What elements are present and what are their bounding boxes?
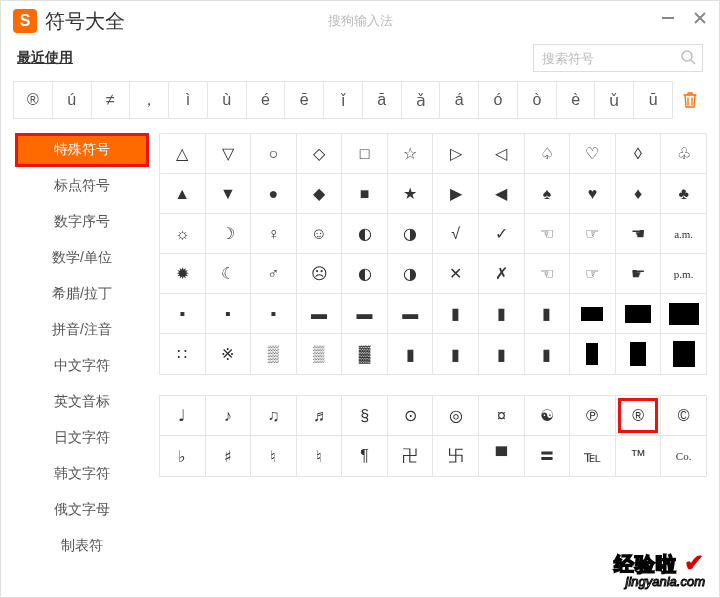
symbol-cell[interactable]: ▷ bbox=[433, 134, 479, 173]
symbol-cell[interactable]: ▓ bbox=[342, 334, 388, 374]
symbol-cell[interactable]: ◇ bbox=[297, 134, 343, 173]
symbol-cell[interactable]: ▮ bbox=[388, 334, 434, 374]
recent-symbol[interactable]: é bbox=[247, 82, 286, 118]
symbol-cell[interactable]: 〓 bbox=[525, 436, 571, 476]
symbol-cell[interactable]: ☆ bbox=[388, 134, 434, 173]
symbol-cell[interactable]: ◑ bbox=[388, 214, 434, 253]
symbol-cell[interactable]: ▮ bbox=[479, 294, 525, 333]
minimize-button[interactable] bbox=[659, 9, 677, 27]
category-item[interactable]: 数学/单位 bbox=[15, 241, 149, 275]
symbol-cell[interactable]: ▬ bbox=[388, 294, 434, 333]
symbol-cell[interactable]: ◊ bbox=[616, 134, 662, 173]
symbol-cell[interactable]: ☜ bbox=[525, 254, 571, 293]
symbol-cell[interactable] bbox=[661, 334, 706, 374]
symbol-cell[interactable]: ♥ bbox=[570, 174, 616, 213]
symbol-cell[interactable]: § bbox=[342, 396, 388, 435]
category-item[interactable]: 特殊符号 bbox=[15, 133, 149, 167]
recent-symbol[interactable]: ì bbox=[169, 82, 208, 118]
symbol-cell[interactable]: ✗ bbox=[479, 254, 525, 293]
symbol-cell[interactable]: © bbox=[661, 396, 706, 435]
recent-symbol[interactable]: ， bbox=[130, 82, 169, 118]
recent-symbol[interactable]: ā bbox=[363, 82, 402, 118]
symbol-cell[interactable]: ▀ bbox=[479, 436, 525, 476]
symbol-cell[interactable]: ▶ bbox=[433, 174, 479, 213]
symbol-cell[interactable]: p.m. bbox=[661, 254, 706, 293]
symbol-cell[interactable]: ◀ bbox=[479, 174, 525, 213]
symbol-cell[interactable]: ■ bbox=[342, 174, 388, 213]
category-item[interactable]: 中文字符 bbox=[15, 349, 149, 383]
category-item[interactable]: 拼音/注音 bbox=[15, 313, 149, 347]
symbol-cell[interactable]: ✓ bbox=[479, 214, 525, 253]
symbol-cell[interactable]: ▬ bbox=[297, 294, 343, 333]
symbol-cell[interactable]: ☜ bbox=[525, 214, 571, 253]
symbol-cell[interactable]: ☾ bbox=[206, 254, 252, 293]
symbol-cell[interactable]: ♭ bbox=[160, 436, 206, 476]
recent-symbol[interactable]: è bbox=[557, 82, 596, 118]
recent-symbol[interactable]: á bbox=[440, 82, 479, 118]
recent-symbol[interactable]: ǐ bbox=[324, 82, 363, 118]
symbol-cell[interactable]: ▒ bbox=[297, 334, 343, 374]
symbol-cell[interactable]: ☽ bbox=[206, 214, 252, 253]
symbol-cell[interactable]: ♮ bbox=[251, 436, 297, 476]
symbol-cell[interactable]: ♧ bbox=[661, 134, 706, 173]
symbol-cell[interactable]: 卐 bbox=[433, 436, 479, 476]
symbol-cell[interactable]: ☞ bbox=[570, 254, 616, 293]
symbol-cell[interactable]: ℗ bbox=[570, 396, 616, 435]
symbol-cell[interactable]: ○ bbox=[251, 134, 297, 173]
recent-symbol[interactable]: ǔ bbox=[595, 82, 634, 118]
symbol-cell[interactable] bbox=[570, 294, 616, 333]
symbol-cell[interactable]: ☹ bbox=[297, 254, 343, 293]
symbol-cell[interactable] bbox=[570, 334, 616, 374]
symbol-cell[interactable]: □ bbox=[342, 134, 388, 173]
symbol-cell[interactable]: △ bbox=[160, 134, 206, 173]
category-item[interactable]: 英文音标 bbox=[15, 385, 149, 419]
symbol-cell[interactable]: ▪ bbox=[251, 294, 297, 333]
symbol-cell[interactable] bbox=[661, 294, 706, 333]
symbol-cell[interactable]: ▬ bbox=[342, 294, 388, 333]
recent-symbol[interactable]: ē bbox=[285, 82, 324, 118]
symbol-cell[interactable]: ▽ bbox=[206, 134, 252, 173]
symbol-cell[interactable]: ▪ bbox=[160, 294, 206, 333]
symbol-cell[interactable] bbox=[616, 294, 662, 333]
recent-symbol[interactable]: ǎ bbox=[402, 82, 441, 118]
symbol-cell[interactable]: ▮ bbox=[433, 294, 479, 333]
symbol-cell[interactable]: 卍 bbox=[388, 436, 434, 476]
symbol-scroll[interactable]: △▽○◇□☆▷◁♤♡◊♧▲▼●◆■★▶◀♠♥♦♣☼☽♀☺◐◑√✓☜☞☚a.m.✹… bbox=[159, 133, 711, 593]
symbol-cell[interactable]: √ bbox=[433, 214, 479, 253]
symbol-cell[interactable]: ⊙ bbox=[388, 396, 434, 435]
symbol-cell[interactable]: ▲ bbox=[160, 174, 206, 213]
recent-symbol[interactable]: ū bbox=[634, 82, 672, 118]
recent-symbol[interactable]: ≠ bbox=[92, 82, 131, 118]
symbol-cell[interactable]: ♩ bbox=[160, 396, 206, 435]
symbol-cell[interactable] bbox=[616, 334, 662, 374]
category-item[interactable]: 日文字符 bbox=[15, 421, 149, 455]
symbol-cell[interactable]: Co. bbox=[661, 436, 706, 476]
symbol-cell[interactable]: ☺ bbox=[297, 214, 343, 253]
symbol-cell[interactable]: ♦ bbox=[616, 174, 662, 213]
symbol-cell[interactable]: ▮ bbox=[525, 334, 571, 374]
symbol-cell[interactable]: ※ bbox=[206, 334, 252, 374]
symbol-cell[interactable]: ◑ bbox=[388, 254, 434, 293]
symbol-cell[interactable]: ♂ bbox=[251, 254, 297, 293]
close-button[interactable] bbox=[691, 9, 709, 27]
clear-recent-button[interactable] bbox=[673, 81, 707, 119]
symbol-cell[interactable]: ☼ bbox=[160, 214, 206, 253]
symbol-cell[interactable]: ★ bbox=[388, 174, 434, 213]
symbol-cell[interactable]: ♫ bbox=[251, 396, 297, 435]
symbol-cell[interactable]: ¶ bbox=[342, 436, 388, 476]
recent-symbol[interactable]: ó bbox=[479, 82, 518, 118]
symbol-cell[interactable]: ▪ bbox=[206, 294, 252, 333]
symbol-cell[interactable]: ♠ bbox=[525, 174, 571, 213]
symbol-cell[interactable]: ☞ bbox=[570, 214, 616, 253]
symbol-cell[interactable]: ♡ bbox=[570, 134, 616, 173]
symbol-cell[interactable]: ◐ bbox=[342, 254, 388, 293]
symbol-cell[interactable]: ◆ bbox=[297, 174, 343, 213]
category-item[interactable]: 希腊/拉丁 bbox=[15, 277, 149, 311]
recent-symbol[interactable]: ú bbox=[53, 82, 92, 118]
symbol-cell[interactable]: ▮ bbox=[433, 334, 479, 374]
symbol-cell[interactable]: ® bbox=[616, 396, 662, 435]
recent-symbol[interactable]: ù bbox=[208, 82, 247, 118]
symbol-cell[interactable]: ♮ bbox=[297, 436, 343, 476]
symbol-cell[interactable]: ☯ bbox=[525, 396, 571, 435]
symbol-cell[interactable]: ▒ bbox=[251, 334, 297, 374]
